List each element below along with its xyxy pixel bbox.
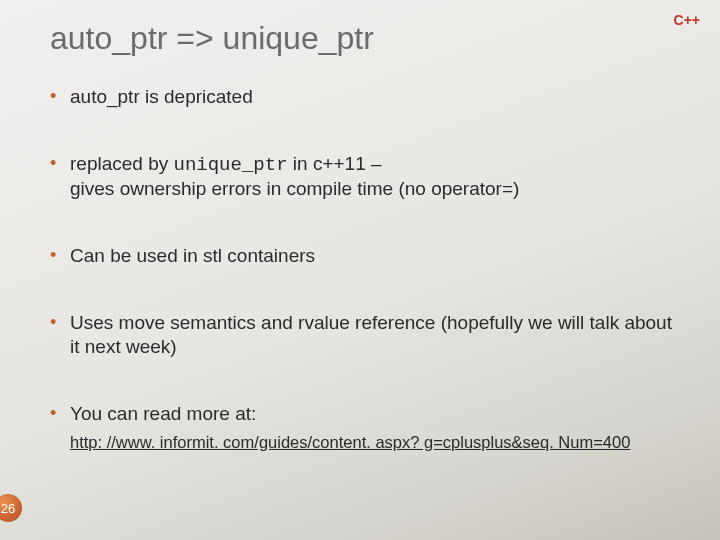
reference-link[interactable]: http: //www. informit. com/guides/conten… <box>50 433 686 452</box>
bullet-text: gives ownership errors in compile time (… <box>70 177 686 202</box>
code-text: unique_ptr <box>174 154 288 176</box>
slide-title: auto_ptr => unique_ptr <box>50 20 686 57</box>
bullet-item: auto_ptr is depricated <box>50 85 686 110</box>
language-badge: C++ <box>674 12 700 28</box>
bullet-list: auto_ptr is depricated replaced by uniqu… <box>50 85 686 427</box>
bullet-item: You can read more at: <box>50 402 686 427</box>
bullet-text: in c++11 – <box>288 153 382 174</box>
slide: C++ auto_ptr => unique_ptr auto_ptr is d… <box>0 0 720 540</box>
page-number-badge: 26 <box>0 494 22 522</box>
bullet-item: Can be used in stl containers <box>50 244 686 269</box>
bullet-item: Uses move semantics and rvalue reference… <box>50 311 686 360</box>
bullet-text: replaced by <box>70 153 174 174</box>
bullet-item: replaced by unique_ptr in c++11 – gives … <box>50 152 686 202</box>
